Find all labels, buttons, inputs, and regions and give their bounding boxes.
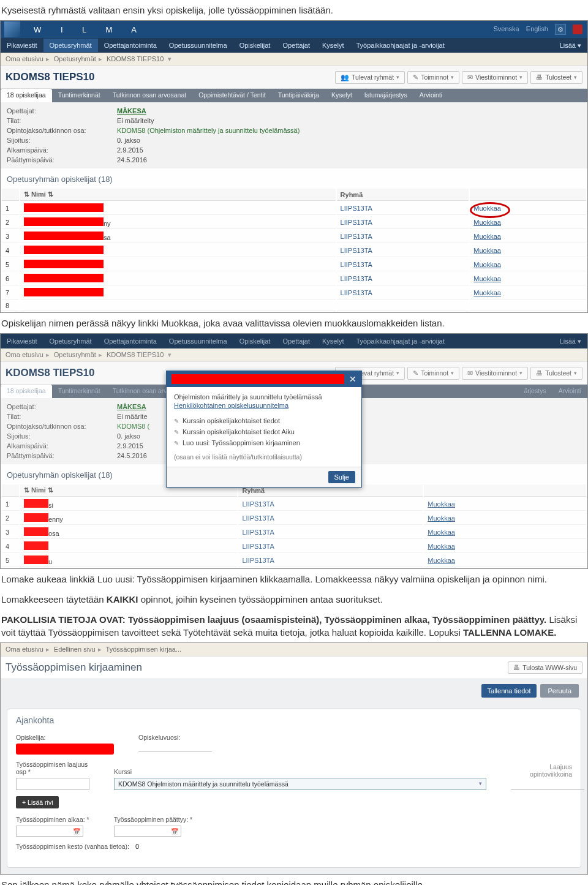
btn-viestitoiminnot[interactable]: ✉Viestitoiminnot▾: [462, 71, 528, 84]
bc-home[interactable]: Oma etusivu: [6, 351, 43, 358]
opiskelija-redacted: [16, 744, 114, 755]
modal-item-1[interactable]: ✎Kurssin opiskelijakohtaiset tiedot: [174, 415, 354, 426]
bc-course[interactable]: KDOMS8 TIEPS10: [107, 351, 164, 358]
laajuus-input[interactable]: [16, 778, 89, 790]
group-link[interactable]: LIIPS13TA: [341, 275, 372, 282]
nav-kyselyt[interactable]: Kyselyt: [316, 334, 350, 348]
val-opettajat[interactable]: MÄKESA: [117, 107, 146, 115]
muokkaa-link[interactable]: Muokkaa: [473, 233, 501, 240]
nav-opetussuunnitelma[interactable]: Opetussuunnitelma: [163, 39, 233, 52]
nav-tyopaikka[interactable]: Työpaikkaohjaajat ja -arvioijat: [350, 39, 450, 52]
redacted-name: [24, 541, 48, 550]
group-link[interactable]: LIIPS13TA: [341, 233, 372, 240]
group-link[interactable]: LIIPS13TA: [341, 205, 372, 212]
subtab-tuntimerkinnat[interactable]: Tuntimerkinnät: [52, 89, 107, 102]
nav-opiskelijat[interactable]: Opiskelijat: [233, 39, 277, 52]
subtab-opiskelijat[interactable]: 18 opiskelijaa: [1, 385, 52, 398]
dropdown-icon: ▾: [479, 780, 482, 788]
nav-opetussuunnitelma[interactable]: Opetussuunnitelma: [163, 334, 233, 348]
doc-paragraph-5: PAKOLLISIA TIETOJA OVAT: Työssäoppimisen…: [0, 609, 588, 642]
nav-pikaviestit[interactable]: Pikaviestit: [1, 39, 43, 52]
save-button[interactable]: Tallenna tiedot: [481, 684, 537, 698]
btn-tulevat-ryhmat[interactable]: 👥Tulevat ryhmät▾: [335, 71, 405, 84]
nav-kyselyt[interactable]: Kyselyt: [316, 39, 350, 52]
bc-groups[interactable]: Opetusryhmät: [54, 55, 96, 62]
logout-icon[interactable]: [573, 24, 582, 34]
nav-opettajat[interactable]: Opettajat: [276, 334, 316, 348]
group-link[interactable]: LIIPS13TA: [341, 261, 372, 268]
calendar-icon: 📅: [73, 828, 80, 835]
subtab-arviointi[interactable]: Arviointi: [413, 89, 448, 102]
group-link[interactable]: LIIPS13TA: [341, 289, 372, 296]
subtab-istuma-frag[interactable]: ärjestys: [518, 385, 552, 398]
modal-item-2[interactable]: ✎Kurssin opiskelijakohtaiset tiedot Aiku: [174, 426, 354, 437]
btn-toiminnot[interactable]: ✎Toiminnot▾: [407, 367, 459, 380]
nav-opetusryhmat[interactable]: Opetusryhmät: [43, 39, 98, 52]
nav-more[interactable]: Lisää ▾: [554, 39, 587, 53]
screenshot-1: W I L M A Svenska English ⚙ Pikaviestit …: [0, 20, 588, 313]
btn-viestitoiminnot[interactable]: ✉Viestitoiminnot▾: [462, 367, 528, 380]
nav-tyopaikka[interactable]: Työpaikkaohjaajat ja -arvioijat: [350, 334, 450, 348]
nav-more[interactable]: Lisää ▾: [554, 334, 587, 348]
nav-opettajat[interactable]: Opettajat: [276, 39, 316, 52]
laajuus-ov-value: [511, 781, 584, 790]
col-nimi[interactable]: ⇅ Nimi ⇅: [20, 189, 336, 201]
page-title: KDOMS8 TIEPS10: [6, 69, 95, 86]
muokkaa-circled[interactable]: Muokkaa: [473, 205, 501, 212]
btn-print-www[interactable]: 🖶Tulosta WWW-sivu: [508, 661, 582, 674]
col-ryhma[interactable]: Ryhmä: [337, 189, 469, 201]
info-grid: Opettajat:MÄKESA Tilat:Ei määritelty Opi…: [1, 102, 587, 168]
group-icon: 👥: [341, 73, 349, 81]
btn-tulosteet[interactable]: 🖶Tulosteet▾: [530, 71, 582, 84]
card-heading: Ajankohta: [7, 709, 581, 729]
lang-english[interactable]: English: [526, 25, 548, 32]
cancel-button[interactable]: Peruuta: [540, 684, 579, 698]
bc-home[interactable]: Oma etusivu: [6, 55, 43, 62]
muokkaa-link[interactable]: Muokkaa: [473, 247, 501, 254]
subtab-tentit[interactable]: Oppimistehtävät / Tentit: [192, 89, 272, 102]
subtab-istuma[interactable]: Istumajärjestys: [358, 89, 413, 102]
btn-toiminnot[interactable]: ✎Toiminnot▾: [407, 71, 459, 84]
alkaa-input[interactable]: 📅: [16, 826, 83, 837]
student-table: ⇅ Nimi ⇅Ryhmä 1siLIIPS13TAMuokkaa 2ennyL…: [1, 483, 587, 568]
table-row: 4LIIPS13TAMuokkaa: [2, 244, 586, 257]
btn-tulosteet[interactable]: 🖶Tulosteet▾: [530, 367, 582, 380]
bc-course[interactable]: KDOMS8 TIEPS10: [107, 55, 164, 62]
close-icon[interactable]: ✕: [349, 374, 356, 384]
nav-pikaviestit[interactable]: Pikaviestit: [1, 334, 43, 348]
subtab-opiskelijat[interactable]: 18 opiskelijaa: [1, 89, 52, 102]
lang-svenska[interactable]: Svenska: [494, 25, 519, 32]
subtab-tuntimerkinnat[interactable]: Tuntimerkinnät: [52, 385, 107, 398]
settings-icon[interactable]: ⚙: [555, 24, 566, 35]
group-link[interactable]: LIIPS13TA: [341, 247, 372, 254]
nav-opettajantoiminta[interactable]: Opettajantoiminta: [98, 39, 163, 52]
print-icon: 🖶: [513, 664, 520, 671]
bc-groups[interactable]: Opetusryhmät: [54, 351, 96, 358]
form-title: Työssäoppimisen kirjaaminen: [6, 659, 142, 676]
page-title: KDOMS8 TIEPS10: [6, 364, 95, 382]
chevron-down-icon: ▾: [451, 74, 454, 80]
muokkaa-link[interactable]: Muokkaa: [473, 261, 501, 268]
nav-opetusryhmat[interactable]: Opetusryhmät: [43, 334, 98, 348]
nav-opettajantoiminta[interactable]: Opettajantoiminta: [98, 334, 163, 348]
redacted-name: [24, 232, 104, 240]
subtab-paivakirja[interactable]: Tuntipäiväkirja: [272, 89, 325, 102]
muokkaa-link[interactable]: Muokkaa: [473, 275, 501, 282]
muokkaa-link[interactable]: Muokkaa: [473, 289, 501, 296]
nav-opiskelijat[interactable]: Opiskelijat: [233, 334, 277, 348]
modal-close-button[interactable]: Sulje: [328, 471, 355, 483]
mail-icon: ✉: [467, 73, 473, 81]
subtab-kyselyt[interactable]: Kyselyt: [325, 89, 358, 102]
modal-item-3[interactable]: ✎Luo uusi: Työssäoppimisen kirjaaminen: [174, 437, 354, 448]
paattyy-input[interactable]: 📅: [114, 826, 181, 837]
group-link[interactable]: LIIPS13TA: [341, 219, 372, 226]
add-row-button[interactable]: + Lisää rivi: [16, 796, 59, 808]
subtab-arvosanat[interactable]: Tutkinnon osan arvosanat: [107, 89, 192, 102]
kurssi-select[interactable]: KDOMS8 Ohjelmiston määrittely ja suunnit…: [114, 778, 486, 790]
chevron-down-icon: ▾: [396, 74, 399, 80]
modal-hops-link[interactable]: Henkilökohtainen opiskelusuunnitelma: [174, 402, 354, 409]
subtab-arviointi[interactable]: Arviointi: [552, 385, 587, 398]
redacted-name: [24, 513, 48, 522]
table-row: 1LIIPS13TAMuokkaa: [2, 202, 586, 215]
muokkaa-link[interactable]: Muokkaa: [473, 219, 501, 226]
